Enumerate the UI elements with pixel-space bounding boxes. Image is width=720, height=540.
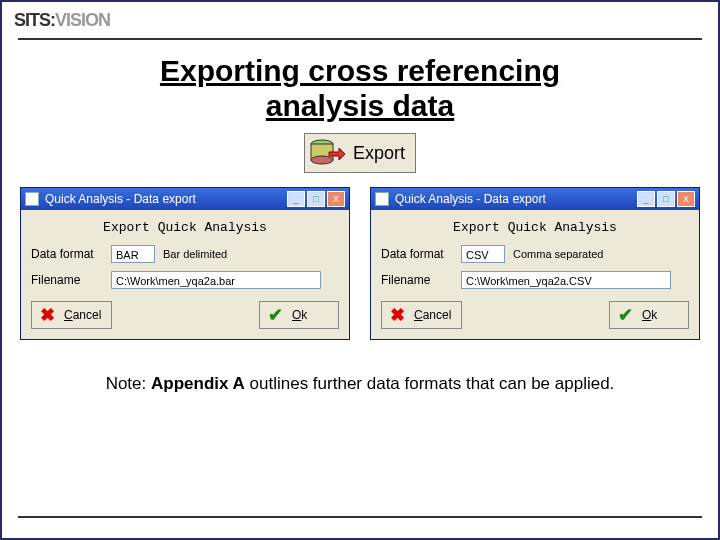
panel-title: Export Quick Analysis	[21, 210, 349, 241]
dialog-export-bar: Quick Analysis - Data export _ □ X Expor…	[20, 187, 350, 340]
close-button[interactable]: X	[677, 191, 695, 207]
window-title: Quick Analysis - Data export	[45, 192, 196, 206]
page-title: Exporting cross referencing analysis dat…	[2, 54, 718, 123]
cancel-icon: ✖	[36, 304, 58, 326]
cancel-button[interactable]: ✖ Cancel	[381, 301, 462, 329]
titlebar: Quick Analysis - Data export _ □ X	[21, 188, 349, 210]
export-button[interactable]: Export	[304, 133, 416, 173]
label-filename: Filename	[31, 273, 103, 287]
label-filename: Filename	[381, 273, 453, 287]
svg-point-2	[311, 156, 333, 164]
filename-field[interactable]: C:\Work\men_yqa2a.CSV	[461, 271, 671, 289]
note-text: Note: Appendix A outlines further data f…	[2, 374, 718, 394]
logo: SITS:VISION	[14, 10, 110, 31]
bottom-rule	[18, 516, 702, 518]
cancel-label: Cancel	[414, 308, 451, 322]
minimize-button[interactable]: _	[287, 191, 305, 207]
ok-label: Ok	[292, 308, 307, 322]
ok-icon: ✔	[614, 304, 636, 326]
window-title: Quick Analysis - Data export	[395, 192, 546, 206]
filename-field[interactable]: C:\Work\men_yqa2a.bar	[111, 271, 321, 289]
top-rule	[18, 38, 702, 40]
data-format-field[interactable]: CSV	[461, 245, 505, 263]
ok-button[interactable]: ✔ Ok	[259, 301, 339, 329]
cancel-button[interactable]: ✖ Cancel	[31, 301, 112, 329]
data-format-desc: Comma separated	[513, 248, 604, 260]
maximize-button[interactable]: □	[657, 191, 675, 207]
label-data-format: Data format	[31, 247, 103, 261]
cancel-label: Cancel	[64, 308, 101, 322]
label-data-format: Data format	[381, 247, 453, 261]
close-button[interactable]: X	[327, 191, 345, 207]
window-icon	[25, 192, 39, 206]
data-format-desc: Bar delimited	[163, 248, 227, 260]
cancel-icon: ✖	[386, 304, 408, 326]
ok-button[interactable]: ✔ Ok	[609, 301, 689, 329]
maximize-button[interactable]: □	[307, 191, 325, 207]
dialog-export-csv: Quick Analysis - Data export _ □ X Expor…	[370, 187, 700, 340]
ok-label: Ok	[642, 308, 657, 322]
window-icon	[375, 192, 389, 206]
minimize-button[interactable]: _	[637, 191, 655, 207]
export-button-label: Export	[353, 143, 405, 164]
titlebar: Quick Analysis - Data export _ □ X	[371, 188, 699, 210]
ok-icon: ✔	[264, 304, 286, 326]
panel-title: Export Quick Analysis	[371, 210, 699, 241]
export-icon	[309, 138, 345, 168]
data-format-field[interactable]: BAR	[111, 245, 155, 263]
